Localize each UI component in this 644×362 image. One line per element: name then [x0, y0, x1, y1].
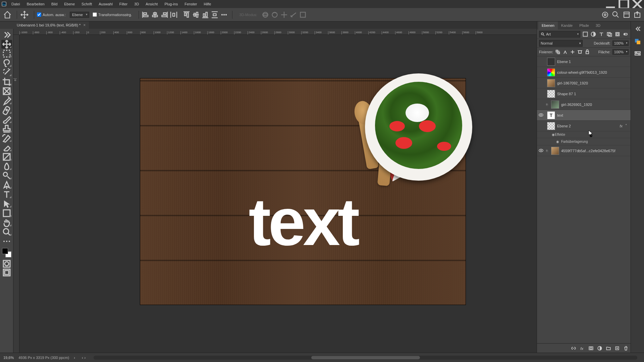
- type-tool[interactable]: [1, 190, 12, 199]
- align-right-icon[interactable]: [160, 11, 168, 19]
- tab-ebenen[interactable]: Ebenen: [538, 21, 558, 29]
- 3d-pan-icon[interactable]: [280, 11, 288, 19]
- document-tab[interactable]: Unbenannt-1 bei 19,6% (text, RGB/8) * ×: [13, 21, 89, 29]
- layer-thumbnail[interactable]: [547, 58, 555, 66]
- document-canvas[interactable]: Text: [140, 78, 466, 305]
- new-layer-icon[interactable]: [614, 346, 620, 351]
- fill-value[interactable]: 100%: [612, 49, 629, 55]
- group-icon[interactable]: [606, 346, 611, 351]
- brush-tool[interactable]: [1, 115, 12, 124]
- layer-thumbnail[interactable]: [551, 101, 559, 109]
- filter-toggle-icon[interactable]: [623, 31, 629, 37]
- canvas-area[interactable]: Text: [19, 35, 537, 353]
- align-bottom-icon[interactable]: [201, 11, 209, 19]
- h-scrollbar[interactable]: [94, 356, 637, 360]
- magic-wand-tool[interactable]: [1, 68, 12, 77]
- filter-pixel-icon[interactable]: [582, 31, 588, 37]
- layer-thumbnail[interactable]: [547, 90, 555, 98]
- info-chevron-icon[interactable]: ›: [74, 356, 75, 360]
- layer-name[interactable]: text: [557, 113, 629, 117]
- lock-position-icon[interactable]: [570, 49, 575, 55]
- layer-name[interactable]: Ebene 1: [557, 60, 629, 64]
- lasso-tool[interactable]: [1, 59, 12, 67]
- layer-thumbnail[interactable]: [551, 147, 559, 155]
- layer-name[interactable]: Ebene 2: [557, 124, 618, 128]
- zoom-display[interactable]: 19,6%: [3, 356, 14, 360]
- fx-badge[interactable]: fx: [618, 124, 624, 128]
- layer-search[interactable]: Art ▾: [539, 31, 580, 38]
- tab-pfade[interactable]: Pfade: [576, 21, 592, 29]
- layer-style-icon[interactable]: fx: [580, 346, 585, 351]
- menu-bild[interactable]: Bild: [48, 0, 61, 8]
- 3d-roll-icon[interactable]: [271, 11, 279, 19]
- eyedropper-tool[interactable]: [1, 96, 12, 105]
- dodge-tool[interactable]: [1, 171, 12, 180]
- frame-tool[interactable]: [1, 87, 12, 96]
- filter-adjust-icon[interactable]: [590, 31, 596, 37]
- auto-select-target-dropdown[interactable]: Ebene: [70, 12, 89, 18]
- pen-tool[interactable]: [1, 181, 12, 189]
- layer-fx-item[interactable]: ◉ Farbüberlagerung: [537, 138, 631, 145]
- color-panel-icon[interactable]: [634, 38, 642, 46]
- menu-datei[interactable]: Datei: [8, 0, 23, 8]
- align-left-icon[interactable]: [142, 11, 150, 19]
- 3d-slide-icon[interactable]: [289, 11, 298, 19]
- layer-name[interactable]: Shape 87 1: [557, 92, 629, 96]
- canvas-text-layer[interactable]: Text: [249, 183, 357, 260]
- menu-bearbeiten[interactable]: Bearbeiten: [23, 0, 48, 8]
- menu-plugins[interactable]: Plug-ins: [161, 0, 181, 8]
- blend-mode-dropdown[interactable]: Normal: [539, 40, 583, 47]
- window-minimize-button[interactable]: [604, 0, 617, 8]
- menu-ebene[interactable]: Ebene: [61, 0, 78, 8]
- layer-row-selected[interactable]: T text: [537, 110, 631, 121]
- layer-row[interactable]: ⎘ girl-3626901_1920: [537, 99, 631, 110]
- align-hcenter-icon[interactable]: [151, 11, 159, 19]
- healing-tool[interactable]: [1, 106, 12, 114]
- layer-name[interactable]: colour-wheel-g9f79d013_1920: [557, 70, 629, 74]
- layer-name[interactable]: girl-3626901_1920: [561, 103, 629, 107]
- lock-all-icon[interactable]: [585, 49, 590, 55]
- nav-next-icon[interactable]: ›: [85, 356, 86, 360]
- layer-row[interactable]: Shape 87 1: [537, 88, 631, 99]
- 3d-orbit-icon[interactable]: [261, 11, 269, 19]
- opacity-value[interactable]: 100%: [612, 41, 629, 46]
- menu-3d[interactable]: 3D: [131, 0, 142, 8]
- filter-smart-icon[interactable]: [614, 31, 621, 37]
- edit-toolbar-icon[interactable]: [1, 237, 12, 246]
- window-close-button[interactable]: [631, 0, 644, 8]
- crop-tool[interactable]: [1, 77, 12, 86]
- foreground-color-swatch[interactable]: [2, 248, 8, 254]
- tool-chevrons[interactable]: [1, 31, 12, 39]
- fg-bg-color-swatch[interactable]: [2, 248, 11, 257]
- lock-artboard-icon[interactable]: [577, 49, 583, 55]
- blur-tool[interactable]: [1, 162, 12, 171]
- layer-row[interactable]: girl-1867092_1920: [537, 78, 631, 88]
- layer-row[interactable]: Ebene 1: [537, 56, 631, 67]
- fx-collapse-icon[interactable]: ˄: [624, 124, 629, 128]
- marquee-tool[interactable]: [1, 49, 12, 58]
- transform-controls-input[interactable]: [93, 12, 97, 17]
- menu-ansicht[interactable]: Ansicht: [142, 0, 161, 8]
- home-button[interactable]: [3, 10, 12, 19]
- workspace-icon[interactable]: [623, 11, 631, 19]
- delete-layer-icon[interactable]: [623, 346, 629, 351]
- window-maximize-button[interactable]: [617, 0, 631, 8]
- more-align-icon[interactable]: [220, 11, 228, 19]
- lock-image-icon[interactable]: [562, 49, 568, 55]
- visibility-toggle[interactable]: [537, 112, 545, 118]
- auto-select-checkbox[interactable]: Autom. ausw.:: [37, 12, 66, 17]
- transform-controls-checkbox[interactable]: Transformationsstrg.: [93, 12, 132, 17]
- menu-hilfe[interactable]: Hilfe: [200, 0, 214, 8]
- zoom-tool[interactable]: [1, 228, 12, 236]
- properties-panel-icon[interactable]: [634, 50, 642, 58]
- layer-thumbnail[interactable]: [547, 122, 555, 130]
- share-icon[interactable]: [633, 11, 641, 19]
- filter-type-icon[interactable]: [598, 31, 604, 37]
- stamp-tool[interactable]: [1, 124, 12, 133]
- move-tool[interactable]: [1, 40, 12, 49]
- path-select-tool[interactable]: [1, 199, 12, 208]
- 3d-scale-icon[interactable]: [299, 11, 307, 19]
- menu-filter[interactable]: Filter: [116, 0, 131, 8]
- eraser-tool[interactable]: [1, 143, 12, 152]
- gradient-tool[interactable]: [1, 153, 12, 161]
